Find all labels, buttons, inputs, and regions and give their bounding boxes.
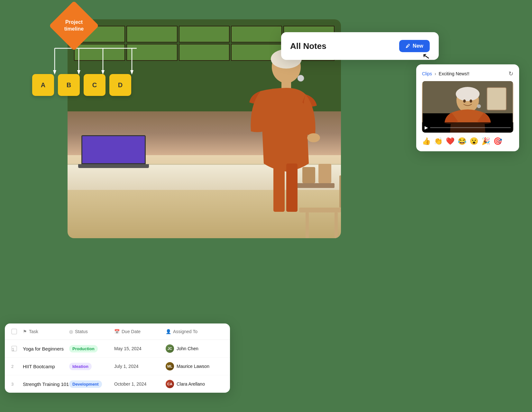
table-header: ⚑ Task ◎ Status 📅 Due Date 👤 Assigned To: [5, 323, 230, 340]
row3-status: Development: [69, 380, 114, 388]
svg-point-21: [463, 99, 466, 103]
play-icon[interactable]: ▶: [425, 125, 428, 130]
row3-status-badge: Development: [69, 380, 102, 388]
emoji-laugh[interactable]: 😂: [458, 137, 466, 145]
task-node-c[interactable]: C: [84, 74, 105, 96]
row1-checkbox[interactable]: 1: [11, 346, 17, 351]
breadcrumb-separator: ›: [435, 71, 436, 76]
refresh-icon[interactable]: ↻: [509, 70, 513, 77]
status-icon: ◎: [69, 329, 73, 334]
svg-point-3: [307, 133, 320, 142]
header-due-date-label: Due Date: [122, 329, 141, 334]
row3-number: 3: [11, 382, 23, 387]
person-icon: 👤: [166, 329, 171, 334]
clips-breadcrumb-link[interactable]: Clips: [422, 71, 432, 76]
row2-due-date: July 1, 2024: [114, 364, 166, 369]
table-row[interactable]: 3 Strength Training 101 Development Octo…: [5, 375, 230, 393]
svg-rect-4: [273, 164, 285, 212]
row2-assignee: ML Maurice Lawson: [166, 362, 224, 370]
header-status-label: Status: [75, 329, 88, 334]
row1-due-date: May 15, 2024: [114, 346, 166, 351]
table-row[interactable]: 1 Yoga for Beginners Production May 15, …: [5, 340, 230, 358]
header-checkbox-cell: [11, 329, 23, 334]
row1-task-name: Yoga for Beginners: [23, 346, 69, 351]
clips-breadcrumb: Clips › Exciting News!! ↻: [422, 70, 513, 77]
emoji-thumbsup[interactable]: 👍: [422, 137, 431, 145]
row1-assignee: JC John Chen: [166, 344, 224, 353]
task-node-a[interactable]: A: [32, 74, 54, 96]
breadcrumb-current: Exciting News!!: [439, 71, 470, 76]
svg-point-22: [470, 99, 472, 103]
emoji-target[interactable]: 🎯: [493, 137, 502, 145]
all-notes-title: All Notes: [290, 41, 326, 51]
header-checkbox[interactable]: [11, 329, 17, 334]
task-icon: ⚑: [23, 329, 27, 334]
new-note-label: New: [413, 43, 423, 49]
video-thumbnail[interactable]: ▶: [422, 81, 513, 133]
header-status: ◎ Status: [69, 329, 114, 334]
task-node-b[interactable]: B: [58, 74, 80, 96]
header-due-date: 📅 Due Date: [114, 329, 166, 334]
emoji-heart[interactable]: ❤️: [446, 137, 454, 145]
svg-point-23: [477, 104, 481, 108]
task-node-d[interactable]: D: [109, 74, 131, 96]
emoji-party[interactable]: 🎉: [482, 137, 490, 145]
emoji-reactions: 👍 👏 ❤️ 😂 😮 🎉 🎯: [422, 137, 513, 145]
row2-task-name: HIIT Bootcamp: [23, 364, 69, 369]
row2-status-badge: Ideation: [69, 363, 92, 370]
header-assigned-to: 👤 Assigned To: [166, 329, 224, 334]
row2-assignee-name: Maurice Lawson: [177, 364, 209, 369]
timeline-diamond: Project timeline: [49, 1, 99, 51]
table-row[interactable]: 2 HIIT Bootcamp Ideation July 1, 2024 ML…: [5, 358, 230, 375]
row3-avatar: CA: [166, 380, 174, 388]
new-note-icon: 🖊: [406, 43, 410, 49]
video-controls[interactable]: ▶: [422, 122, 513, 133]
emoji-wow[interactable]: 😮: [470, 137, 478, 145]
task-table-card: ⚑ Task ◎ Status 📅 Due Date 👤 Assigned To…: [5, 323, 230, 393]
clips-card: Clips › Exciting News!! ↻: [416, 64, 519, 151]
video-progress[interactable]: [430, 127, 511, 128]
new-note-button[interactable]: 🖊 New: [399, 40, 430, 52]
task-nodes-container: A B C D: [32, 74, 131, 96]
row2-avatar: ML: [166, 362, 174, 370]
timeline-label: Project timeline: [60, 19, 88, 33]
svg-point-20: [456, 87, 480, 101]
row1-avatar: JC: [166, 344, 174, 353]
project-timeline-widget: Project timeline: [56, 8, 92, 43]
svg-rect-24: [487, 88, 506, 110]
row2-number: 2: [11, 364, 23, 369]
svg-rect-5: [286, 164, 298, 212]
all-notes-card: All Notes 🖊 New: [281, 32, 439, 60]
row2-status: Ideation: [69, 363, 114, 370]
svg-point-6: [298, 75, 304, 81]
row1-status: Production: [69, 345, 114, 352]
row3-due-date: October 1, 2024: [114, 381, 166, 387]
emoji-clap[interactable]: 👏: [434, 137, 443, 145]
header-task: ⚑ Task: [23, 329, 69, 334]
header-task-label: Task: [29, 329, 38, 334]
row3-task-name: Strength Training 101: [23, 381, 69, 387]
row1-assignee-name: John Chen: [177, 346, 198, 351]
row3-assignee: CA Clara Arellano: [166, 380, 224, 388]
row1-status-badge: Production: [69, 345, 98, 352]
calendar-icon: 📅: [114, 329, 120, 334]
row3-assignee-name: Clara Arellano: [177, 381, 205, 387]
header-assigned-label: Assigned To: [173, 329, 197, 334]
